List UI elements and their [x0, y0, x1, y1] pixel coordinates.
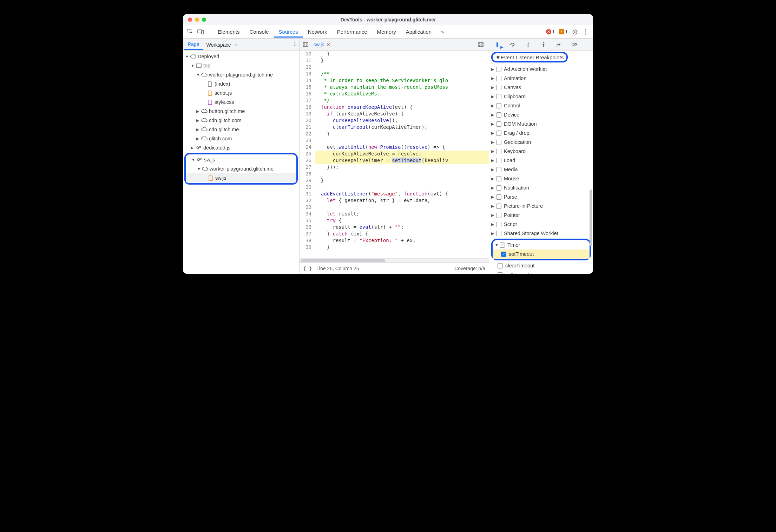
- breakpoint-cleartimeout[interactable]: clearTimeout: [489, 261, 593, 270]
- step-out-icon[interactable]: [539, 40, 548, 49]
- tree-item-scriptjs[interactable]: script.js: [183, 88, 299, 98]
- cloud-icon: [201, 108, 208, 114]
- tab-page[interactable]: Page: [184, 39, 203, 50]
- main-toolbar: ElementsConsoleSourcesNetworkPerformance…: [183, 25, 593, 39]
- debugger-panel: ▼Event Listener Breakpoints ▶Ad Auction …: [489, 39, 593, 274]
- category-dom-mutation[interactable]: ▶DOM Mutation: [489, 119, 593, 128]
- tab-workspace[interactable]: Workspace: [203, 40, 235, 49]
- tab-elements[interactable]: Elements: [213, 26, 245, 38]
- step-over-icon[interactable]: [508, 40, 517, 49]
- more-tabs-button[interactable]: »: [438, 27, 447, 36]
- kebab-menu-icon[interactable]: [581, 27, 590, 36]
- deployed-icon: [190, 53, 196, 60]
- category-parse[interactable]: ▶Parse: [489, 192, 593, 201]
- svg-point-3: [574, 31, 576, 33]
- editor-hscroll[interactable]: [300, 258, 489, 262]
- tree-item-swjs[interactable]: sw.js: [186, 173, 296, 182]
- category-picture-in-picture[interactable]: ▶Picture-in-Picture: [489, 201, 593, 211]
- highlight-ring-sw: ▼sw.js ▼worker-playground.glitch.me sw.j…: [184, 153, 298, 185]
- tree-item-deployed[interactable]: ▼Deployed: [183, 52, 299, 61]
- svg-point-5: [585, 31, 586, 32]
- inspect-element-icon[interactable]: [186, 27, 195, 36]
- category-clipboard[interactable]: ▶Clipboard: [489, 92, 593, 101]
- device-mode-icon[interactable]: [196, 27, 205, 36]
- file-icon: [207, 81, 213, 87]
- file-js-icon: [208, 175, 214, 181]
- category-geolocation[interactable]: ▶Geolocation: [489, 138, 593, 147]
- pretty-print-icon[interactable]: { }: [303, 264, 312, 273]
- category-shared-storage-worklet[interactable]: ▶Shared Storage Worklet: [489, 229, 593, 238]
- step-icon[interactable]: [554, 40, 564, 49]
- file-tree[interactable]: ▼Deployed ▼top ▼worker-playground.glitch…: [183, 51, 299, 274]
- tree-item-top[interactable]: ▼top: [183, 61, 299, 70]
- category-script[interactable]: ▶Script: [489, 220, 593, 229]
- category-canvas[interactable]: ▶Canvas: [489, 83, 593, 92]
- svg-rect-1: [198, 30, 202, 33]
- svg-rect-20: [496, 42, 498, 47]
- tree-item-sw-origin[interactable]: ▼worker-playground.glitch.me: [186, 164, 296, 173]
- category-load[interactable]: ▶Load: [489, 156, 593, 165]
- settings-icon[interactable]: [571, 27, 580, 36]
- right-scrollbar-thumb[interactable]: [590, 189, 592, 246]
- svg-point-24: [557, 45, 558, 46]
- tab-memory[interactable]: Memory: [372, 26, 401, 38]
- gears-icon: [196, 157, 203, 163]
- resume-icon[interactable]: [493, 40, 502, 49]
- tree-item-origin[interactable]: ▶cdn.glitch.me: [183, 125, 299, 134]
- cursor-position: Line 26, Column 25: [316, 266, 359, 271]
- svg-point-12: [197, 147, 199, 149]
- navigator-tabs: Page Workspace »: [183, 39, 299, 51]
- step-into-icon[interactable]: [524, 40, 533, 49]
- category-pointer[interactable]: ▶Pointer: [489, 211, 593, 220]
- category-mouse[interactable]: ▶Mouse: [489, 174, 593, 183]
- content-area: Page Workspace » ▼Deployed ▼top ▼worker-…: [183, 39, 593, 274]
- tab-console[interactable]: Console: [245, 26, 274, 38]
- file-css-icon: [207, 99, 213, 105]
- category-animation[interactable]: ▶Animation: [489, 74, 593, 83]
- category-ad-auction-worklet[interactable]: ▶Ad Auction Worklet: [489, 65, 593, 74]
- toggle-navigator-icon[interactable]: [301, 40, 310, 49]
- tree-item-origin[interactable]: ▶glitch.com: [183, 134, 299, 143]
- breakpoint-list[interactable]: ▼Event Listener Breakpoints ▶Ad Auction …: [489, 51, 593, 274]
- svg-point-23: [543, 42, 544, 43]
- deactivate-breakpoints-icon[interactable]: [570, 40, 579, 49]
- toggle-debugger-icon[interactable]: [476, 40, 485, 49]
- tree-item-sw-worker[interactable]: ▼sw.js: [186, 155, 296, 164]
- tree-item-origin[interactable]: ▶button.glitch.me: [183, 107, 299, 116]
- category-notification[interactable]: ▶Notification: [489, 183, 593, 192]
- tab-network[interactable]: Network: [303, 26, 332, 38]
- code-editor[interactable]: 10 }11 }1213 /**14 * In order to keep th…: [300, 51, 489, 258]
- titlebar: DevTools - worker-playground.glitch.me/: [183, 14, 593, 25]
- category-device[interactable]: ▶Device: [489, 110, 593, 119]
- tree-item-origin[interactable]: ▶cdn.glitch.com: [183, 116, 299, 125]
- svg-point-22: [528, 46, 529, 47]
- warning-count[interactable]: !1: [559, 29, 568, 34]
- svg-point-4: [585, 29, 586, 30]
- editor-tab-swjs[interactable]: sw.js ✕: [310, 40, 334, 49]
- svg-point-15: [200, 158, 201, 160]
- tree-item-index[interactable]: (index): [183, 79, 299, 88]
- tree-item-origin[interactable]: ▼worker-playground.glitch.me: [183, 70, 299, 79]
- svg-rect-11: [196, 64, 201, 67]
- tab-sources[interactable]: Sources: [274, 26, 303, 38]
- close-tab-icon[interactable]: ✕: [326, 42, 330, 47]
- tree-item-stylecss[interactable]: style.css: [183, 98, 299, 107]
- category-keyboard[interactable]: ▶Keyboard: [489, 147, 593, 156]
- error-count[interactable]: ✕1: [546, 29, 555, 34]
- tab-application[interactable]: Application: [401, 26, 436, 38]
- category-drag-drop[interactable]: ▶Drag / drop: [489, 128, 593, 138]
- breakpoint-setinterval[interactable]: setInterval: [489, 270, 593, 274]
- event-listener-breakpoints-header[interactable]: ▼Event Listener Breakpoints: [491, 52, 568, 62]
- category-timer[interactable]: ▼Timer: [493, 240, 590, 250]
- tree-item-dedicated[interactable]: ▶dedicated.js: [183, 143, 299, 152]
- more-nav-tabs[interactable]: »: [235, 42, 238, 47]
- navigator-panel: Page Workspace » ▼Deployed ▼top ▼worker-…: [183, 39, 300, 274]
- svg-point-6: [585, 33, 586, 34]
- tab-performance[interactable]: Performance: [332, 26, 372, 38]
- category-control[interactable]: ▶Control: [489, 101, 593, 110]
- highlight-ring-timer: ▼Timer ✓setTimeout: [491, 239, 591, 260]
- frame-icon: [196, 62, 202, 69]
- nav-kebab-icon[interactable]: [294, 41, 296, 47]
- breakpoint-settimeout[interactable]: ✓setTimeout: [493, 250, 590, 259]
- category-media[interactable]: ▶Media: [489, 165, 593, 174]
